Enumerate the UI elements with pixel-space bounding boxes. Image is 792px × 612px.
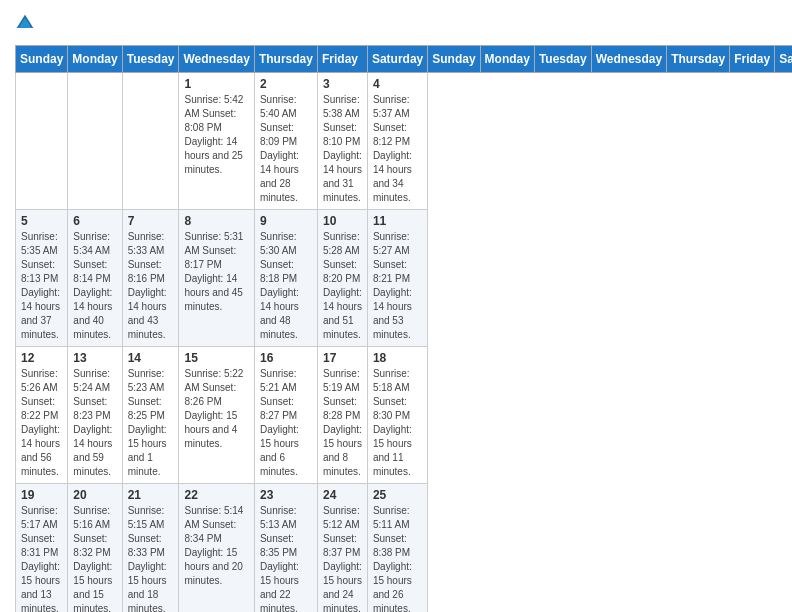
- day-number: 21: [128, 488, 174, 502]
- day-number: 24: [323, 488, 362, 502]
- calendar-cell: 23Sunrise: 5:13 AM Sunset: 8:35 PM Dayli…: [254, 484, 317, 613]
- day-detail: Sunrise: 5:22 AM Sunset: 8:26 PM Dayligh…: [184, 367, 248, 451]
- calendar-cell: 18Sunrise: 5:18 AM Sunset: 8:30 PM Dayli…: [367, 347, 427, 484]
- calendar-week-row: 1Sunrise: 5:42 AM Sunset: 8:08 PM Daylig…: [16, 73, 793, 210]
- calendar-cell: 20Sunrise: 5:16 AM Sunset: 8:32 PM Dayli…: [68, 484, 122, 613]
- calendar-cell: 21Sunrise: 5:15 AM Sunset: 8:33 PM Dayli…: [122, 484, 179, 613]
- day-detail: Sunrise: 5:16 AM Sunset: 8:32 PM Dayligh…: [73, 504, 116, 612]
- day-number: 14: [128, 351, 174, 365]
- calendar-cell: 19Sunrise: 5:17 AM Sunset: 8:31 PM Dayli…: [16, 484, 68, 613]
- calendar-cell: 17Sunrise: 5:19 AM Sunset: 8:28 PM Dayli…: [317, 347, 367, 484]
- day-detail: Sunrise: 5:26 AM Sunset: 8:22 PM Dayligh…: [21, 367, 62, 479]
- calendar-cell: 11Sunrise: 5:27 AM Sunset: 8:21 PM Dayli…: [367, 210, 427, 347]
- day-number: 9: [260, 214, 312, 228]
- calendar-week-row: 5Sunrise: 5:35 AM Sunset: 8:13 PM Daylig…: [16, 210, 793, 347]
- calendar-header-thursday: Thursday: [254, 46, 317, 73]
- day-detail: Sunrise: 5:34 AM Sunset: 8:14 PM Dayligh…: [73, 230, 116, 342]
- calendar-cell: 9Sunrise: 5:30 AM Sunset: 8:18 PM Daylig…: [254, 210, 317, 347]
- day-number: 22: [184, 488, 248, 502]
- calendar-header-tuesday: Tuesday: [122, 46, 179, 73]
- calendar-cell: 14Sunrise: 5:23 AM Sunset: 8:25 PM Dayli…: [122, 347, 179, 484]
- calendar-cell: 3Sunrise: 5:38 AM Sunset: 8:10 PM Daylig…: [317, 73, 367, 210]
- calendar-week-row: 12Sunrise: 5:26 AM Sunset: 8:22 PM Dayli…: [16, 347, 793, 484]
- calendar-header-wednesday: Wednesday: [591, 46, 666, 73]
- day-detail: Sunrise: 5:17 AM Sunset: 8:31 PM Dayligh…: [21, 504, 62, 612]
- day-detail: Sunrise: 5:38 AM Sunset: 8:10 PM Dayligh…: [323, 93, 362, 205]
- day-detail: Sunrise: 5:19 AM Sunset: 8:28 PM Dayligh…: [323, 367, 362, 479]
- calendar-header-sunday: Sunday: [428, 46, 480, 73]
- page-header: [15, 15, 777, 35]
- calendar-cell: 13Sunrise: 5:24 AM Sunset: 8:23 PM Dayli…: [68, 347, 122, 484]
- day-number: 20: [73, 488, 116, 502]
- day-detail: Sunrise: 5:15 AM Sunset: 8:33 PM Dayligh…: [128, 504, 174, 612]
- calendar-cell: 7Sunrise: 5:33 AM Sunset: 8:16 PM Daylig…: [122, 210, 179, 347]
- calendar-cell: 4Sunrise: 5:37 AM Sunset: 8:12 PM Daylig…: [367, 73, 427, 210]
- calendar-cell: 24Sunrise: 5:12 AM Sunset: 8:37 PM Dayli…: [317, 484, 367, 613]
- day-number: 12: [21, 351, 62, 365]
- day-detail: Sunrise: 5:40 AM Sunset: 8:09 PM Dayligh…: [260, 93, 312, 205]
- calendar-cell: 12Sunrise: 5:26 AM Sunset: 8:22 PM Dayli…: [16, 347, 68, 484]
- day-detail: Sunrise: 5:13 AM Sunset: 8:35 PM Dayligh…: [260, 504, 312, 612]
- day-detail: Sunrise: 5:33 AM Sunset: 8:16 PM Dayligh…: [128, 230, 174, 342]
- day-detail: Sunrise: 5:11 AM Sunset: 8:38 PM Dayligh…: [373, 504, 422, 612]
- calendar-cell: 15Sunrise: 5:22 AM Sunset: 8:26 PM Dayli…: [179, 347, 254, 484]
- day-number: 1: [184, 77, 248, 91]
- calendar-cell: [122, 73, 179, 210]
- calendar-cell: 6Sunrise: 5:34 AM Sunset: 8:14 PM Daylig…: [68, 210, 122, 347]
- calendar-cell: 1Sunrise: 5:42 AM Sunset: 8:08 PM Daylig…: [179, 73, 254, 210]
- calendar-header-monday: Monday: [68, 46, 122, 73]
- calendar-week-row: 19Sunrise: 5:17 AM Sunset: 8:31 PM Dayli…: [16, 484, 793, 613]
- day-number: 4: [373, 77, 422, 91]
- day-detail: Sunrise: 5:31 AM Sunset: 8:17 PM Dayligh…: [184, 230, 248, 314]
- day-number: 18: [373, 351, 422, 365]
- day-detail: Sunrise: 5:24 AM Sunset: 8:23 PM Dayligh…: [73, 367, 116, 479]
- day-detail: Sunrise: 5:35 AM Sunset: 8:13 PM Dayligh…: [21, 230, 62, 342]
- calendar-header-tuesday: Tuesday: [534, 46, 591, 73]
- calendar-cell: 16Sunrise: 5:21 AM Sunset: 8:27 PM Dayli…: [254, 347, 317, 484]
- day-number: 5: [21, 214, 62, 228]
- day-number: 19: [21, 488, 62, 502]
- day-number: 17: [323, 351, 362, 365]
- day-detail: Sunrise: 5:18 AM Sunset: 8:30 PM Dayligh…: [373, 367, 422, 479]
- calendar-header-wednesday: Wednesday: [179, 46, 254, 73]
- calendar-header-saturday: Saturday: [367, 46, 427, 73]
- day-number: 8: [184, 214, 248, 228]
- calendar-cell: [16, 73, 68, 210]
- day-number: 7: [128, 214, 174, 228]
- calendar-header-monday: Monday: [480, 46, 534, 73]
- day-number: 3: [323, 77, 362, 91]
- calendar-header-friday: Friday: [317, 46, 367, 73]
- day-number: 11: [373, 214, 422, 228]
- calendar-header-sunday: Sunday: [16, 46, 68, 73]
- calendar-cell: 10Sunrise: 5:28 AM Sunset: 8:20 PM Dayli…: [317, 210, 367, 347]
- day-detail: Sunrise: 5:30 AM Sunset: 8:18 PM Dayligh…: [260, 230, 312, 342]
- calendar-cell: [68, 73, 122, 210]
- calendar-cell: 5Sunrise: 5:35 AM Sunset: 8:13 PM Daylig…: [16, 210, 68, 347]
- calendar-cell: 8Sunrise: 5:31 AM Sunset: 8:17 PM Daylig…: [179, 210, 254, 347]
- calendar-cell: 22Sunrise: 5:14 AM Sunset: 8:34 PM Dayli…: [179, 484, 254, 613]
- day-number: 2: [260, 77, 312, 91]
- day-detail: Sunrise: 5:14 AM Sunset: 8:34 PM Dayligh…: [184, 504, 248, 588]
- calendar-cell: 2Sunrise: 5:40 AM Sunset: 8:09 PM Daylig…: [254, 73, 317, 210]
- calendar-cell: 25Sunrise: 5:11 AM Sunset: 8:38 PM Dayli…: [367, 484, 427, 613]
- day-number: 15: [184, 351, 248, 365]
- calendar-table: SundayMondayTuesdayWednesdayThursdayFrid…: [15, 45, 792, 612]
- day-number: 25: [373, 488, 422, 502]
- day-detail: Sunrise: 5:27 AM Sunset: 8:21 PM Dayligh…: [373, 230, 422, 342]
- logo-icon: [15, 13, 35, 33]
- day-detail: Sunrise: 5:42 AM Sunset: 8:08 PM Dayligh…: [184, 93, 248, 177]
- logo: [15, 15, 39, 35]
- day-number: 16: [260, 351, 312, 365]
- calendar-header-thursday: Thursday: [667, 46, 730, 73]
- day-number: 10: [323, 214, 362, 228]
- calendar-header-saturday: Saturday: [775, 46, 792, 73]
- day-detail: Sunrise: 5:37 AM Sunset: 8:12 PM Dayligh…: [373, 93, 422, 205]
- calendar-header-friday: Friday: [730, 46, 775, 73]
- day-number: 6: [73, 214, 116, 228]
- day-detail: Sunrise: 5:12 AM Sunset: 8:37 PM Dayligh…: [323, 504, 362, 612]
- calendar-header-row: SundayMondayTuesdayWednesdayThursdayFrid…: [16, 46, 793, 73]
- day-number: 23: [260, 488, 312, 502]
- day-detail: Sunrise: 5:21 AM Sunset: 8:27 PM Dayligh…: [260, 367, 312, 479]
- day-number: 13: [73, 351, 116, 365]
- day-detail: Sunrise: 5:28 AM Sunset: 8:20 PM Dayligh…: [323, 230, 362, 342]
